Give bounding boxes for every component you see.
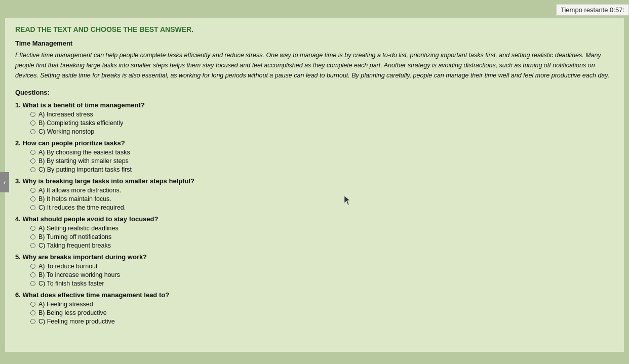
option-label: C) Taking frequent breaks — [38, 242, 111, 249]
radio-circle-icon — [30, 150, 35, 155]
option-label: B) Being less productive — [38, 309, 107, 316]
question-1-options: A) Increased stressB) Completing tasks e… — [15, 111, 614, 135]
option-label: C) To finish tasks faster — [38, 280, 104, 287]
question-2-option-2[interactable]: B) By starting with smaller steps — [30, 157, 614, 165]
instruction-text: READ THE TEXT AND CHOOSE THE BEST ANSWER… — [15, 25, 614, 33]
question-3-text: 3. Why is breaking large tasks into smal… — [15, 177, 614, 185]
question-6-text: 6. What does effective time management l… — [15, 291, 614, 299]
radio-circle-icon — [30, 243, 35, 248]
radio-circle-icon — [30, 112, 35, 117]
radio-circle-icon — [30, 310, 35, 315]
option-label: B) Completing tasks efficiently — [38, 119, 123, 127]
question-1-option-1[interactable]: A) Increased stress — [30, 111, 614, 118]
option-label: A) It allows more distractions. — [38, 187, 121, 194]
question-2-options: A) By choosing the easiest tasksB) By st… — [15, 149, 614, 173]
question-5-option-3[interactable]: C) To finish tasks faster — [30, 280, 614, 287]
main-content-area: READ THE TEXT AND CHOOSE THE BEST ANSWER… — [5, 18, 624, 352]
radio-circle-icon — [30, 234, 35, 239]
option-label: C) It reduces the time required. — [38, 204, 126, 211]
question-6-options: A) Feeling stressedB) Being less product… — [15, 301, 614, 325]
question-4-option-2[interactable]: B) Turning off notifications — [30, 233, 614, 240]
radio-circle-icon — [30, 272, 35, 277]
question-4-option-1[interactable]: A) Setting realistic deadlines — [30, 225, 614, 232]
question-3-option-1[interactable]: A) It allows more distractions. — [30, 187, 614, 194]
questions-container: 1. What is a benefit of time management?… — [15, 101, 614, 325]
question-4-text: 4. What should people avoid to stay focu… — [15, 215, 614, 223]
question-4-option-3[interactable]: C) Taking frequent breaks — [30, 242, 614, 249]
radio-circle-icon — [30, 302, 35, 307]
radio-circle-icon — [30, 120, 35, 126]
timer-display: Tiempo restante 0:57: — [556, 4, 629, 16]
question-1: 1. What is a benefit of time management?… — [15, 101, 614, 135]
radio-circle-icon — [30, 281, 35, 286]
question-1-option-3[interactable]: C) Working nonstop — [30, 128, 614, 135]
option-label: B) To increase working hours — [38, 271, 120, 278]
question-2-text: 2. How can people prioritize tasks? — [15, 139, 614, 147]
option-label: A) Feeling stressed — [38, 301, 93, 308]
radio-circle-icon — [30, 167, 35, 172]
question-5-options: A) To reduce burnoutB) To increase worki… — [15, 263, 614, 287]
radio-circle-icon — [30, 264, 35, 269]
question-5-option-2[interactable]: B) To increase working hours — [30, 271, 614, 278]
question-5-text: 5. Why are breaks important during work? — [15, 253, 614, 261]
question-1-text: 1. What is a benefit of time management? — [15, 101, 614, 109]
option-label: B) It helps maintain focus. — [38, 195, 111, 203]
question-3-option-3[interactable]: C) It reduces the time required. — [30, 204, 614, 211]
question-6: 6. What does effective time management l… — [15, 291, 614, 325]
question-3-option-2[interactable]: B) It helps maintain focus. — [30, 195, 614, 203]
radio-circle-icon — [30, 196, 35, 201]
option-label: B) Turning off notifications — [38, 233, 111, 240]
left-nav-arrow[interactable]: ‹ — [0, 172, 9, 192]
option-label: B) By starting with smaller steps — [38, 157, 129, 165]
option-label: A) By choosing the easiest tasks — [38, 149, 130, 156]
question-2-option-3[interactable]: C) By putting important tasks first — [30, 166, 614, 173]
option-label: A) To reduce burnout — [38, 263, 98, 270]
option-label: A) Increased stress — [38, 111, 93, 118]
question-3-options: A) It allows more distractions.B) It hel… — [15, 187, 614, 211]
question-5-option-1[interactable]: A) To reduce burnout — [30, 263, 614, 270]
question-4-options: A) Setting realistic deadlinesB) Turning… — [15, 225, 614, 249]
radio-circle-icon — [30, 205, 35, 210]
option-label: C) Working nonstop — [38, 128, 94, 135]
question-3: 3. Why is breaking large tasks into smal… — [15, 177, 614, 211]
questions-label: Questions: — [15, 89, 614, 96]
timer-label: Tiempo restante 0:57: — [561, 6, 624, 14]
question-2: 2. How can people prioritize tasks?A) By… — [15, 139, 614, 173]
passage-text: Effective time management can help peopl… — [15, 50, 614, 80]
radio-circle-icon — [30, 129, 35, 134]
passage-title: Time Management — [15, 39, 614, 47]
question-6-option-1[interactable]: A) Feeling stressed — [30, 301, 614, 308]
option-label: A) Setting realistic deadlines — [38, 225, 119, 232]
radio-circle-icon — [30, 188, 35, 193]
question-5: 5. Why are breaks important during work?… — [15, 253, 614, 287]
radio-circle-icon — [30, 319, 35, 324]
question-6-option-3[interactable]: C) Feeling more productive — [30, 318, 614, 325]
radio-circle-icon — [30, 226, 35, 231]
question-2-option-1[interactable]: A) By choosing the easiest tasks — [30, 149, 614, 156]
question-1-option-2[interactable]: B) Completing tasks efficiently — [30, 119, 614, 127]
radio-circle-icon — [30, 158, 35, 164]
question-6-option-2[interactable]: B) Being less productive — [30, 309, 614, 316]
option-label: C) By putting important tasks first — [38, 166, 132, 173]
question-4: 4. What should people avoid to stay focu… — [15, 215, 614, 249]
option-label: C) Feeling more productive — [38, 318, 115, 325]
